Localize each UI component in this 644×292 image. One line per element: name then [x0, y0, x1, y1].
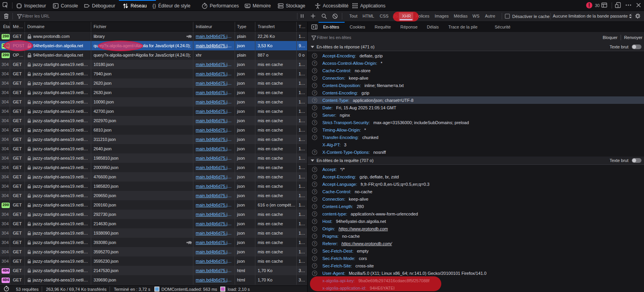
svg-text:?: ?	[314, 212, 316, 216]
svg-text:?: ?	[314, 190, 316, 194]
svg-text:?: ?	[314, 106, 316, 110]
svg-text:?: ?	[314, 76, 316, 80]
svg-text:?: ?	[314, 234, 316, 238]
svg-text:?: ?	[314, 175, 316, 179]
svg-text:?: ?	[314, 113, 316, 117]
svg-text:?: ?	[314, 227, 316, 231]
svg-text:?: ?	[314, 128, 316, 132]
svg-text:?: ?	[314, 61, 316, 65]
svg-text:?: ?	[314, 219, 316, 223]
svg-text:?: ?	[314, 271, 316, 275]
svg-text:?: ?	[314, 135, 316, 139]
svg-text:?: ?	[314, 205, 316, 208]
svg-text:?: ?	[314, 249, 316, 253]
svg-text:?: ?	[314, 54, 316, 58]
svg-text:?: ?	[314, 182, 316, 186]
svg-text:?: ?	[314, 256, 316, 260]
svg-text:?: ?	[314, 197, 316, 201]
svg-text:?: ?	[314, 150, 316, 154]
svg-text:?: ?	[314, 121, 316, 125]
svg-text:?: ?	[314, 91, 316, 95]
svg-text:?: ?	[314, 69, 316, 73]
svg-text:?: ?	[314, 98, 316, 102]
svg-text:?: ?	[314, 84, 316, 87]
svg-text:?: ?	[314, 264, 316, 268]
svg-text:?: ?	[314, 242, 316, 246]
svg-text:?: ?	[314, 167, 316, 171]
